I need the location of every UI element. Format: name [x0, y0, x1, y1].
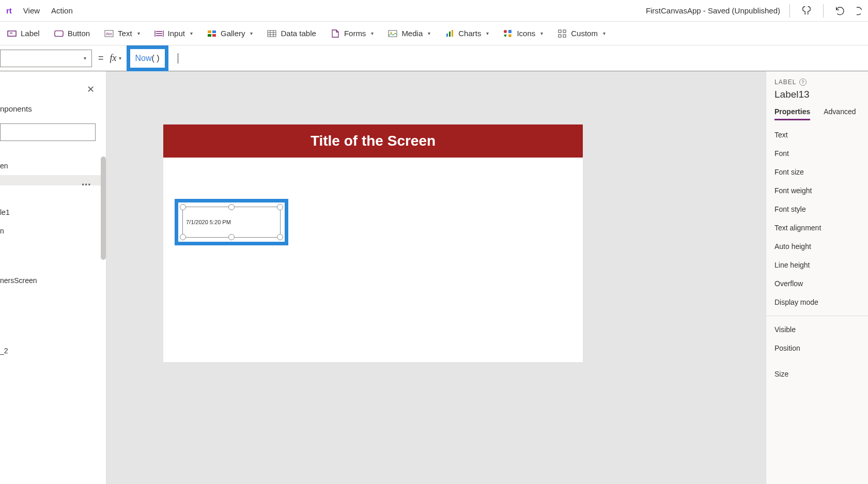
chevron-down-icon: ▾ — [137, 30, 140, 36]
ribbon-custom[interactable]: Custom ▾ — [557, 29, 606, 38]
formula-fn-name: Now — [135, 54, 152, 63]
text-cursor — [178, 53, 178, 64]
tree-item[interactable]: _2 — [0, 341, 106, 360]
resize-handle[interactable] — [228, 204, 235, 210]
resize-handle[interactable] — [180, 204, 186, 210]
gallery-icon — [207, 29, 216, 38]
prop-position[interactable]: Position — [774, 339, 860, 357]
tab-properties[interactable]: Properties — [774, 107, 810, 120]
selected-control-highlight: 7/1/2020 5:20 PM — [175, 199, 288, 245]
ribbon-icons[interactable]: Icons ▾ — [503, 29, 543, 38]
menu-insert[interactable]: rt — [6, 6, 12, 15]
prop-line-height[interactable]: Line height — [774, 256, 860, 274]
control-type-label: LABEL ? — [774, 79, 860, 86]
ribbon-input[interactable]: Input ▾ — [154, 29, 193, 38]
ribbon-gallery[interactable]: Gallery ▾ — [207, 29, 253, 38]
property-selector[interactable]: ▾ — [0, 50, 92, 67]
svg-rect-19 — [559, 35, 561, 37]
svg-rect-6 — [208, 34, 211, 37]
ribbon-label-text: Label — [21, 29, 40, 38]
input-icon — [154, 29, 164, 38]
ribbon-charts[interactable]: Charts ▾ — [445, 29, 489, 38]
tree-item[interactable]: le1 — [0, 203, 106, 222]
tree-search-input[interactable] — [0, 123, 96, 141]
undo-icon[interactable] — [833, 4, 847, 18]
svg-point-16 — [508, 34, 512, 37]
canvas-screen[interactable]: Title of the Screen 7/1/2020 5:20 PM — [163, 124, 583, 362]
custom-icon — [557, 29, 567, 38]
prop-auto-height[interactable]: Auto height — [774, 237, 860, 256]
formula-parens: ( ) — [152, 54, 160, 63]
equals-sign: = — [92, 53, 110, 64]
ribbon-datatable[interactable]: Data table — [267, 29, 316, 38]
prop-size[interactable]: Size — [774, 365, 860, 383]
prop-display-mode[interactable]: Display mode — [774, 293, 860, 311]
tree-item-selected[interactable]: ••• — [0, 175, 106, 185]
fx-label: fx — [110, 53, 119, 64]
prop-visible[interactable]: Visible — [774, 320, 860, 339]
insert-ribbon: Label Button Abc Text ▾ Input ▾ Gallery … — [0, 22, 868, 45]
svg-rect-17 — [559, 30, 561, 33]
menu-action[interactable]: Action — [51, 6, 73, 15]
canvas-area[interactable]: Title of the Screen 7/1/2020 5:20 PM — [106, 71, 766, 484]
button-icon — [54, 29, 64, 38]
menu-view[interactable]: View — [23, 6, 40, 15]
ribbon-gallery-label: Gallery — [221, 29, 245, 38]
control-name[interactable]: Label13 — [774, 89, 860, 100]
ribbon-forms[interactable]: Forms ▾ — [331, 29, 374, 38]
more-icon[interactable]: ••• — [82, 181, 91, 185]
redo-icon[interactable] — [857, 4, 864, 18]
tree-item[interactable]: nersScreen — [0, 271, 106, 290]
ribbon-custom-label: Custom — [571, 29, 598, 38]
text-icon: Abc — [104, 29, 114, 38]
prop-text-alignment[interactable]: Text alignment — [774, 218, 860, 237]
chevron-down-icon: ▾ — [486, 30, 489, 36]
divider — [789, 4, 790, 18]
svg-text:Abc: Abc — [106, 32, 113, 36]
svg-rect-12 — [449, 32, 451, 37]
svg-point-14 — [504, 30, 507, 33]
tree-item[interactable]: en — [0, 157, 106, 175]
tree-tab-components[interactable]: nponents — [0, 71, 106, 119]
chevron-down-icon[interactable]: ▾ — [119, 55, 121, 61]
divider — [823, 4, 824, 18]
ribbon-text[interactable]: Abc Text ▾ — [104, 29, 140, 38]
svg-rect-20 — [563, 35, 566, 37]
prop-text[interactable]: Text — [774, 126, 860, 144]
resize-handle[interactable] — [228, 234, 235, 240]
tree-view-panel: ✕ nponents en ••• le1 n nersScreen _2 — [0, 71, 106, 484]
svg-rect-11 — [446, 34, 448, 37]
tree-items: en ••• le1 n nersScreen _2 — [0, 157, 106, 360]
svg-rect-8 — [268, 30, 276, 37]
properties-panel: LABEL ? Label13 Properties Advanced Text… — [766, 71, 868, 484]
prop-font-weight[interactable]: Font weight — [774, 181, 860, 200]
properties-tabs: Properties Advanced — [774, 107, 860, 120]
resize-handle[interactable] — [277, 234, 283, 240]
prop-font-style[interactable]: Font style — [774, 200, 860, 218]
prop-font[interactable]: Font — [774, 144, 860, 163]
ribbon-media[interactable]: Media ▾ — [388, 29, 430, 38]
svg-rect-1 — [55, 30, 63, 36]
resize-handle[interactable] — [180, 234, 186, 240]
scrollbar[interactable] — [101, 157, 106, 260]
screen-title-label[interactable]: Title of the Screen — [163, 124, 583, 158]
ribbon-button-text: Button — [68, 29, 90, 38]
formula-input[interactable]: Now( ) — [135, 53, 160, 63]
ribbon-button[interactable]: Button — [54, 29, 90, 38]
resize-handle[interactable] — [277, 204, 283, 210]
datatable-icon — [267, 29, 276, 38]
tab-advanced[interactable]: Advanced — [824, 107, 856, 120]
close-icon[interactable]: ✕ — [87, 84, 95, 95]
prop-overflow[interactable]: Overflow — [774, 274, 860, 293]
label-control-selected[interactable]: 7/1/2020 5:20 PM — [182, 207, 281, 238]
prop-font-size[interactable]: Font size — [774, 163, 860, 181]
ribbon-label[interactable]: Label — [7, 29, 40, 38]
app-checker-icon[interactable] — [799, 4, 814, 18]
chevron-down-icon: ▾ — [84, 55, 86, 61]
svg-rect-13 — [452, 30, 453, 37]
top-menu-bar: rt View Action FirstCanvasApp - Saved (U… — [0, 0, 868, 22]
help-icon[interactable]: ? — [799, 79, 807, 86]
tree-item[interactable]: n — [0, 222, 106, 240]
formula-bar: ▾ = fx ▾ Now( ) — [0, 45, 868, 71]
ribbon-icons-label: Icons — [517, 29, 535, 38]
